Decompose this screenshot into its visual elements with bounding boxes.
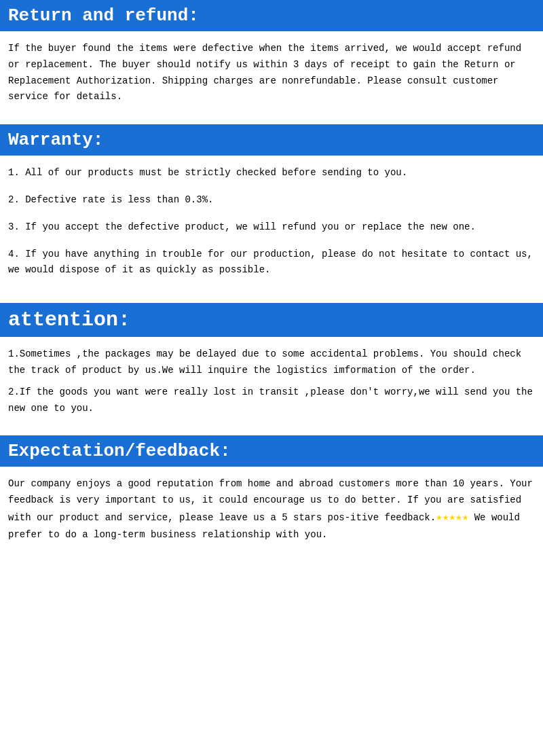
warranty-text-3: 3. If you accept the defective product, … [8,219,535,236]
warranty-text-4: 4. If you have anything in trouble for o… [8,247,535,279]
warranty-content: 1. All of our products must be strictly … [0,156,543,303]
stars-icon: ★★★★★ [436,511,468,524]
attention-header: attention: [0,303,543,337]
attention-section: attention: 1.Sometimes ,the packages may… [0,303,543,435]
warranty-text-2: 2. Defective rate is less than 0.3%. [8,192,535,209]
return-refund-content: If the buyer found the items were defect… [0,31,543,124]
warranty-text-1: 1. All of our products must be strictly … [8,165,535,181]
attention-content: 1.Sometimes ,the packages may be delayed… [0,337,543,435]
warranty-section: Warranty: 1. All of our products must be… [0,124,543,303]
expectation-content: Our company enjoys a good reputation fro… [0,467,543,562]
return-refund-text: If the buyer found the items were defect… [8,41,535,105]
return-refund-header: Return and refund: [0,0,543,31]
expectation-header: Expectation/feedback: [0,435,543,467]
expectation-section: Expectation/feedback: Our company enjoys… [0,435,543,562]
warranty-header: Warranty: [0,124,543,156]
attention-text-1: 1.Sometimes ,the packages may be delayed… [8,346,535,379]
warranty-item-1: 1. All of our products must be strictly … [8,165,535,181]
warranty-item-4: 4. If you have anything in trouble for o… [8,247,535,279]
attention-text-2: 2.If the goods you want were really lost… [8,384,535,417]
warranty-item-3: 3. If you accept the defective product, … [8,219,535,236]
return-refund-section: Return and refund: If the buyer found th… [0,0,543,124]
warranty-item-2: 2. Defective rate is less than 0.3%. [8,192,535,209]
expectation-text: Our company enjoys a good reputation fro… [8,476,535,543]
